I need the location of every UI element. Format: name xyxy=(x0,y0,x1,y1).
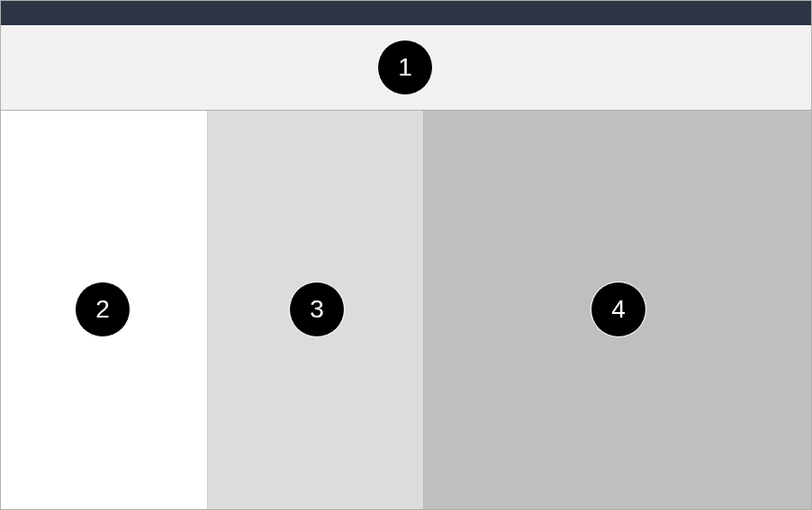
middle-column-region: 3 xyxy=(207,111,423,509)
content-row: 2 3 4 xyxy=(1,111,811,509)
region-marker-2: 2 xyxy=(75,282,131,337)
region-marker-4: 4 xyxy=(591,282,646,337)
header-region: 1 xyxy=(1,25,811,111)
region-marker-3: 3 xyxy=(289,282,345,337)
left-column-region: 2 xyxy=(1,111,207,509)
right-column-region: 4 xyxy=(423,111,811,509)
title-bar-region xyxy=(1,1,811,25)
layout-wireframe: 1 2 3 4 xyxy=(0,0,812,510)
region-marker-1: 1 xyxy=(377,40,433,95)
